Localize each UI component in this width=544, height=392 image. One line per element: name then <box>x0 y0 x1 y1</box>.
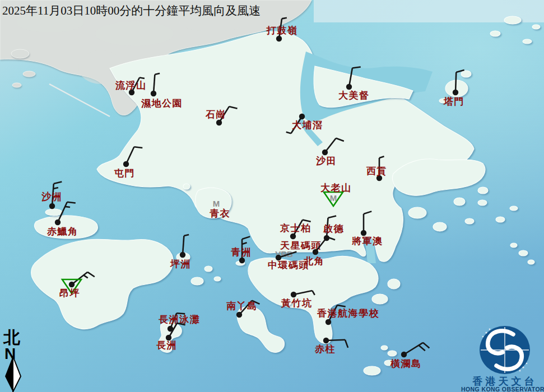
status-marker-m: M <box>213 199 220 208</box>
wind-shaft <box>455 72 456 92</box>
station-label: 昂坪 <box>59 288 80 298</box>
station-label: 青衣 <box>210 208 230 219</box>
station-dot <box>323 338 329 343</box>
station-label: 長洲 <box>156 340 177 351</box>
station-dot <box>290 234 296 239</box>
station-dot <box>276 36 282 41</box>
station-label: 赤柱 <box>314 344 336 354</box>
station-label: 石崗 <box>205 109 226 120</box>
station-dot <box>401 352 407 357</box>
map-image: 打鼓嶺流浮山濕地公園石崗大美督大埔滘塔門屯門沙田西貢沙洲M大老山赤鱲角M青衣京士… <box>0 0 544 392</box>
station-label: 打鼓嶺 <box>266 25 298 36</box>
station-dot <box>236 312 242 318</box>
station-label: 塔門 <box>443 96 464 107</box>
map-title: 2025年11月03日10時00分的十分鐘平均風向及風速 <box>2 4 261 17</box>
station-label: 黃竹坑 <box>281 297 313 309</box>
station-dot <box>49 203 55 209</box>
station-label: 南丫島 <box>226 301 258 311</box>
station-label: 京士柏 <box>280 223 311 234</box>
station-dot <box>69 282 75 287</box>
station-label: 將軍澳 <box>351 236 383 246</box>
station-label: 北角 <box>303 256 324 267</box>
station-label: 濕地公園 <box>141 98 183 109</box>
station-dot <box>361 230 366 236</box>
wind-barb-full <box>67 202 76 203</box>
compass-hanzi-label: 北 <box>3 328 21 347</box>
wind-map: 打鼓嶺流浮山濕地公園石崗大美督大埔滘塔門屯門沙田西貢沙洲M大老山赤鱲角M青衣京士… <box>0 0 544 392</box>
hko-name-zh: 香港天文台 <box>472 376 537 387</box>
station-dot <box>313 249 318 255</box>
station-label: 大老山 <box>320 183 352 193</box>
station-label: 啟德 <box>323 223 344 234</box>
station-dot <box>216 120 222 125</box>
station-label: 屯門 <box>114 168 135 179</box>
station-dot <box>123 161 129 167</box>
hko-name-en: HONG KONG OBSERVATORY <box>461 386 544 392</box>
status-marker-m: M <box>330 193 337 203</box>
station-dot <box>291 292 296 297</box>
station-dot <box>239 258 245 263</box>
station-label: 流浮山 <box>115 80 147 91</box>
station-dot <box>151 91 156 96</box>
station-dot <box>453 90 458 95</box>
station-label: 青洲 <box>231 247 252 258</box>
station-label: 赤鱲角 <box>47 226 78 237</box>
station-label: 坪洲 <box>170 259 191 269</box>
station-label: 大埔滘 <box>292 120 323 130</box>
wind-barb-half <box>65 207 70 207</box>
station-label: 沙洲 <box>41 192 62 202</box>
station-label: 大美督 <box>338 90 370 101</box>
wind-barb-half <box>282 18 287 19</box>
station-label: 西貢 <box>366 166 387 176</box>
wind-barb-half <box>140 78 145 79</box>
station-dot <box>346 84 352 90</box>
station-dot <box>180 252 185 258</box>
station-dot <box>326 319 331 325</box>
station-dot <box>322 150 328 155</box>
station-label: 中環碼頭 <box>268 260 309 270</box>
wind-barb-full <box>134 147 142 148</box>
station-label: 香港航海學校 <box>317 308 379 319</box>
station-dot <box>299 114 305 119</box>
station-dot <box>55 220 61 225</box>
station-label: 橫瀾島 <box>390 358 422 369</box>
station-label: 沙田 <box>315 156 337 166</box>
